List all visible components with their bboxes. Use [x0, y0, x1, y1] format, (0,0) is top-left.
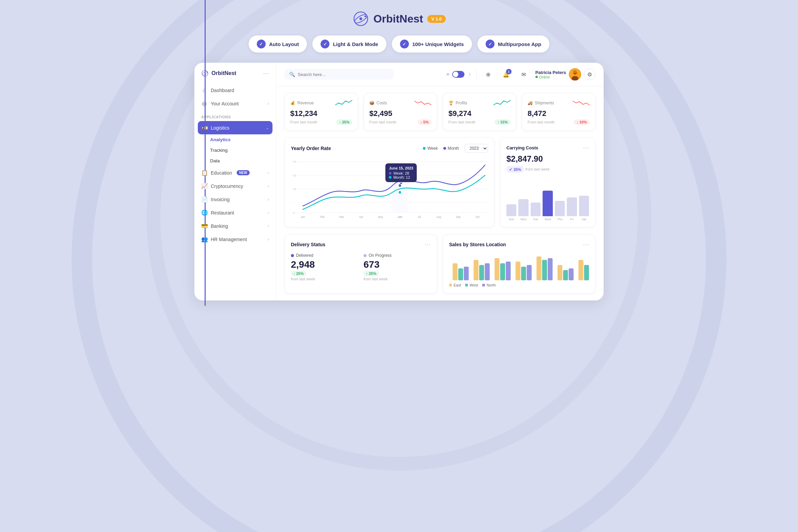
costs-label: 📦 Costs [369, 101, 387, 105]
west-dot [465, 284, 468, 286]
shipments-label: 🚚 Shipments [528, 101, 554, 105]
shipments-value: 8,472 [528, 109, 590, 118]
sales-title: Sales by Stores Location [449, 242, 506, 247]
costs-from: From last month [369, 120, 396, 124]
stat-card-costs: 📦 Costs $2,495 From last month ↓ 5% [364, 93, 437, 131]
sidebar-item-education[interactable]: 📋 Education NEW › [194, 166, 276, 179]
brand-name: OrbitNest [373, 13, 423, 25]
profits-from: From last month [448, 120, 475, 124]
delivery-stats: Delivered 2,948 ↑ 25% from last week [291, 253, 431, 281]
feature-pill-0: ✓ Auto Layout [249, 35, 307, 53]
notifications-btn[interactable]: 🔔 1 [500, 68, 512, 80]
globe-btn[interactable]: ⊕ [482, 68, 494, 80]
sidebar-item-logistics[interactable]: 🚛 Logistics ⌄ [198, 121, 272, 134]
delivery-menu-dots[interactable]: ⋯ [425, 241, 431, 248]
bar-col-wed: Wed [543, 191, 552, 221]
sidebar-item-banking[interactable]: 💳 Banking › [194, 219, 276, 233]
sidebar-item-restaurant[interactable]: 🌐 Restaurant › [194, 206, 276, 219]
svg-rect-54 [584, 265, 589, 280]
on-progress-stat: On Progress 673 ↑ 25% from last week [364, 253, 431, 281]
section-label-applications: APPLICATIONS [194, 110, 276, 121]
chevron-down-icon: ⌄ [266, 125, 269, 130]
delivered-sub: from last week [291, 277, 358, 281]
bar-col-sun: Sun [506, 204, 516, 221]
svg-rect-45 [521, 267, 526, 280]
svg-rect-37 [464, 267, 469, 280]
bar-label-sun: Sun [509, 218, 514, 221]
user-avatar[interactable]: 🎃 [569, 68, 581, 80]
carrying-menu-dots[interactable]: ⋯ [583, 144, 589, 151]
new-badge: NEW [237, 170, 249, 175]
stat-card-revenue: 💰 Revenue $12,234 From last month ↑ [284, 93, 358, 131]
delivered-dot [291, 254, 294, 257]
feature-pills: ✓ Auto Layout ✓ Light & Dark Mode ✓ 100+… [249, 35, 549, 53]
bar-tue [531, 203, 541, 216]
bottom-row: Delivery Status ⋯ Delivered 2,948 [284, 234, 595, 294]
status-dot [535, 76, 538, 78]
chevron-right-crypto: › [268, 184, 269, 189]
sidebar-sub-data[interactable]: Data [210, 156, 276, 166]
profits-badge: ↑ 15% [494, 119, 511, 125]
toggle-track[interactable] [452, 71, 464, 78]
svg-point-34 [398, 191, 401, 194]
svg-rect-53 [578, 260, 583, 280]
check-icon-2: ✓ [400, 40, 409, 48]
chevron-right-hr: › [268, 237, 269, 242]
mail-btn[interactable]: ✉ [518, 68, 530, 80]
sales-chart-svg [449, 253, 589, 280]
svg-text:Feb: Feb [320, 215, 325, 219]
svg-point-3 [364, 16, 366, 17]
sun-icon: ☀ [446, 72, 450, 77]
page-wrapper: OrbitNest V 1.0 ✓ Auto Layout ✓ Light & … [194, 10, 604, 300]
revenue-value: $12,234 [290, 109, 352, 118]
chart-title: Yearly Order Rate [291, 146, 331, 151]
sales-menu-dots[interactable]: ⋯ [583, 241, 589, 248]
on-progress-dot [364, 254, 367, 257]
bar-wed [543, 191, 552, 216]
chevron-right-invoicing: › [268, 197, 269, 202]
sidebar: OrbitNest ⋯ ⌂ Dashboard ◎ Your Account ›… [194, 63, 276, 300]
sidebar-item-your-account[interactable]: ◎ Your Account › [194, 97, 276, 110]
year-select[interactable]: 2023 2022 [464, 144, 488, 153]
moon-icon: ☽ [467, 72, 471, 77]
legend-week: Week [423, 146, 438, 151]
sidebar-sub-tracking[interactable]: Tracking [210, 145, 276, 156]
delivered-label: Delivered [291, 253, 358, 258]
sidebar-sub-analytics[interactable]: Analytics [210, 134, 276, 145]
settings-btn[interactable]: ⚙ [584, 69, 595, 80]
user-status: Online [535, 75, 566, 79]
account-icon: ◎ [201, 100, 207, 107]
shipments-from: From last month [528, 120, 555, 124]
revenue-badge: ↑ 25% [336, 119, 352, 125]
feature-pill-2: ✓ 100+ Unique Widgets [392, 35, 472, 53]
revenue-label: 💰 Revenue [290, 101, 314, 105]
costs-sparkline [414, 99, 431, 107]
svg-text:Jun: Jun [398, 215, 402, 219]
yearly-chart-svg: 75 50 25 0 Jan Feb Mar Apr May [291, 158, 488, 220]
bar-fri [567, 197, 577, 216]
sidebar-item-dashboard[interactable]: ⌂ Dashboard [194, 84, 276, 97]
sidebar-item-cryptocurrency[interactable]: 📈 Cryptocurrency › [194, 179, 276, 193]
sidebar-menu-dots[interactable]: ⋯ [263, 70, 269, 77]
carrying-bar-chart: Sun Mon Tue [506, 194, 589, 221]
costs-badge: ↓ 5% [418, 119, 431, 125]
sidebar-item-hr[interactable]: 👥 HR Management › [194, 233, 276, 246]
dashboard-icon: ⌂ [201, 87, 207, 93]
check-icon-3: ✓ [486, 40, 494, 48]
svg-text:Sep: Sep [456, 215, 460, 219]
bar-col-tue: Tue [531, 203, 541, 221]
theme-toggle[interactable]: ☀ ☽ [446, 71, 471, 78]
bar-label-tue: Tue [533, 218, 538, 221]
profits-label: 🏆 Profits [448, 101, 467, 105]
chevron-right-education: › [268, 171, 269, 175]
crypto-icon: 📈 [201, 183, 207, 189]
dashboard-body: 💰 Revenue $12,234 From last month ↑ [276, 86, 604, 300]
revenue-from: From last month [290, 120, 317, 124]
search-input[interactable] [298, 72, 389, 77]
chart-header: Yearly Order Rate Week Month [291, 144, 488, 153]
brand-header: OrbitNest V 1.0 [352, 10, 446, 27]
dashboard-inner: OrbitNest ⋯ ⌂ Dashboard ◎ Your Account ›… [194, 63, 604, 300]
sidebar-item-invoicing[interactable]: 📄 Invoicing › [194, 193, 276, 206]
search-box[interactable]: 🔍 [284, 69, 394, 80]
toggle-thumb [453, 72, 458, 77]
